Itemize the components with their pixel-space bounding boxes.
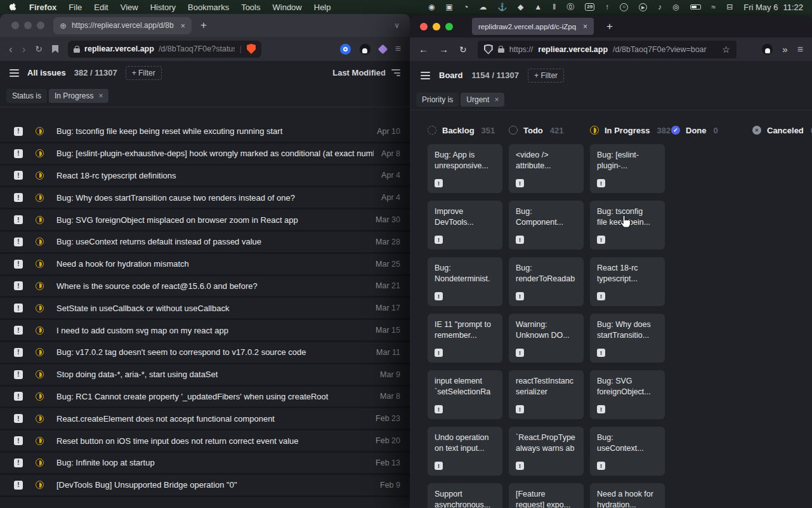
dropbox-icon[interactable]: ◆ <box>518 3 523 11</box>
issue-row[interactable]: ! Bug: v17.0.2 tag doesn't seem to corre… <box>0 342 410 364</box>
onepassword-extension-icon[interactable] <box>340 44 351 55</box>
urgent-priority-icon[interactable]: ! <box>14 458 23 467</box>
menubar-menu-item[interactable]: Window <box>273 3 302 12</box>
status-in-progress-icon[interactable] <box>36 171 44 180</box>
browser-menu-icon[interactable]: ≡ <box>395 43 401 55</box>
issue-card[interactable]: Bug: Why does startTransitio... ! <box>590 314 665 363</box>
user-switch-icon[interactable]: ⊟ <box>726 3 733 11</box>
menubar-menu-item[interactable]: Tools <box>241 3 260 12</box>
new-tab-button[interactable]: + <box>606 20 613 33</box>
issue-row[interactable]: ! Bug: tsconfig file keep being reset wh… <box>0 121 410 144</box>
issue-row[interactable]: ! Where is the source code of react@15.6… <box>0 276 410 298</box>
power-icon[interactable]: ○ <box>620 3 628 11</box>
bookmark-star-icon[interactable]: ☆ <box>722 44 730 55</box>
left-address-bar[interactable]: repliear.vercel.app /d/8bTaoq7F0e?status… <box>68 41 261 58</box>
issue-row[interactable]: ! I need to add custom svg map on my rea… <box>0 320 410 342</box>
brave-shield-icon[interactable] <box>247 44 256 54</box>
forward-button[interactable]: → <box>439 44 449 54</box>
forward-button[interactable]: › <box>22 44 26 55</box>
issue-card[interactable]: Undo operation on text input... ! <box>428 427 502 476</box>
issue-card[interactable]: React 18-rc typescript... ! <box>590 257 665 306</box>
issue-card[interactable]: IE 11 "prompt to remember... ! <box>428 314 502 363</box>
bookmark-icon[interactable] <box>52 45 58 53</box>
urgent-priority-icon[interactable]: ! <box>14 171 23 180</box>
add-filter-button[interactable]: + Filter <box>126 66 162 80</box>
issue-card[interactable]: reactTestInstanc serializer ! <box>509 370 584 419</box>
issue-card[interactable]: Bug: SVG foreignObject... ! <box>590 370 665 419</box>
right-address-bar[interactable]: https://repliear.vercel.app/d/8bTaoq7F0e… <box>478 41 737 58</box>
volume-icon[interactable]: ♪ <box>658 3 662 11</box>
status-in-progress-icon[interactable] <box>36 260 44 268</box>
github-extension-icon[interactable] <box>360 44 370 55</box>
issue-row[interactable]: ! SetState in useCallback or without use… <box>0 298 410 320</box>
apple-menu-icon[interactable] <box>9 3 17 11</box>
sidebar-toggle-icon[interactable] <box>10 69 19 77</box>
window-tiling-icon[interactable]: ‖ <box>553 3 556 11</box>
status-in-progress-icon[interactable] <box>36 282 44 290</box>
cloud-icon[interactable]: ☁ <box>479 3 487 11</box>
issue-card[interactable]: Warning: Unknown DO... ! <box>509 314 584 363</box>
traffic-lights[interactable] <box>11 22 44 29</box>
menubar-menu-item[interactable]: Bookmarks <box>188 3 229 12</box>
issue-row[interactable]: ! Stop doing data-*, aria-*, start using… <box>0 364 410 387</box>
tab-close-icon[interactable]: × <box>180 21 185 30</box>
play-icon[interactable]: ▶ <box>639 3 647 11</box>
left-browser-tab[interactable]: ⊕ https://repliear.vercel.app/d/8b × <box>53 17 192 34</box>
status-in-progress-icon[interactable] <box>36 458 44 467</box>
urgent-priority-icon[interactable]: ! <box>14 193 23 202</box>
issue-row[interactable]: ! [DevTools Bug] Unsupported Bridge oper… <box>0 475 410 497</box>
menubar-menu-item[interactable]: Edit <box>94 3 108 12</box>
status-in-progress-icon[interactable] <box>36 370 44 378</box>
issue-card[interactable]: Bug: tsconfig file keep bein... ! <box>590 201 665 250</box>
status-in-progress-icon[interactable] <box>36 392 44 401</box>
share-icon[interactable]: ↑ <box>605 3 609 11</box>
docker-icon[interactable]: ⚓ <box>497 3 507 11</box>
menubar-menu-item[interactable]: History <box>150 3 176 12</box>
issue-card[interactable]: input element `setSelectionRa ! <box>428 370 502 419</box>
browser-menu-icon[interactable]: ≡ <box>797 44 803 55</box>
issue-row[interactable]: ! Bug: useContext returns default instea… <box>0 232 410 254</box>
traffic-lights[interactable] <box>420 23 453 30</box>
issue-card[interactable]: <video /> attribute... ! <box>509 144 584 193</box>
issue-row[interactable]: ! Bug: RC1 Cannot create property '_upda… <box>0 387 410 409</box>
reload-button[interactable]: ↻ <box>459 44 467 55</box>
issue-card[interactable]: Bug: App is unresponsive... ! <box>428 144 502 193</box>
urgent-priority-icon[interactable]: ! <box>14 414 23 423</box>
status-in-progress-icon[interactable] <box>36 216 44 224</box>
github-extension-icon[interactable] <box>762 44 773 55</box>
issue-card[interactable]: Bug: [eslint- plugin-... ! <box>590 144 665 193</box>
issue-card[interactable]: Bug: useContext... ! <box>590 427 665 476</box>
issue-row[interactable]: ! React.createElement does not accept fu… <box>0 408 410 431</box>
urgent-priority-icon[interactable]: ! <box>14 215 23 224</box>
status-in-progress-icon[interactable] <box>36 437 44 445</box>
filter-value-chip[interactable]: In Progress × <box>49 89 108 103</box>
toolbar-overflow-icon[interactable]: » <box>782 44 787 55</box>
sort-control[interactable]: Last Modified <box>332 68 400 77</box>
assistant-icon[interactable]: ◔ <box>464 3 468 11</box>
menubar-menu-item[interactable]: Help <box>314 3 331 12</box>
wifi-icon[interactable]: ≈ <box>712 3 716 11</box>
alert-box-icon[interactable]: ▲ <box>534 3 542 11</box>
issue-card[interactable]: [Feature request] expo... ! <box>509 483 584 508</box>
tab-close-icon[interactable]: × <box>583 22 587 31</box>
filter-remove-icon[interactable]: × <box>98 91 103 100</box>
right-browser-tab[interactable]: replidraw2.vercel.app/d/c-iZpq × <box>472 18 594 35</box>
back-button[interactable]: ‹ <box>9 44 13 55</box>
issue-card[interactable]: Bug: Component... ! <box>509 201 584 250</box>
status-in-progress-icon[interactable] <box>36 348 44 356</box>
issue-card[interactable]: Bug: renderToReadab ! <box>509 257 584 306</box>
tab-list-chevron-icon[interactable]: ∨ <box>394 21 400 30</box>
urgent-priority-icon[interactable]: ! <box>14 348 23 357</box>
calendar-icon[interactable]: 29 <box>585 3 594 11</box>
tracking-protection-shield-icon[interactable] <box>484 44 493 55</box>
status-in-progress-icon[interactable] <box>36 481 44 489</box>
filter-remove-icon[interactable]: × <box>494 95 499 104</box>
filter-value-chip[interactable]: Urgent × <box>461 93 504 107</box>
urgent-priority-icon[interactable]: ! <box>14 370 23 379</box>
issue-card[interactable]: Support asynchronous... ! <box>428 483 502 508</box>
urgent-priority-icon[interactable]: ! <box>14 436 23 445</box>
urgent-priority-icon[interactable]: ! <box>14 149 23 158</box>
issue-row[interactable]: ! Need a hook for hydration mismatch Mar… <box>0 254 410 276</box>
urgent-priority-icon[interactable]: ! <box>14 237 23 246</box>
screen-mirroring-icon[interactable]: ▣ <box>446 3 453 11</box>
